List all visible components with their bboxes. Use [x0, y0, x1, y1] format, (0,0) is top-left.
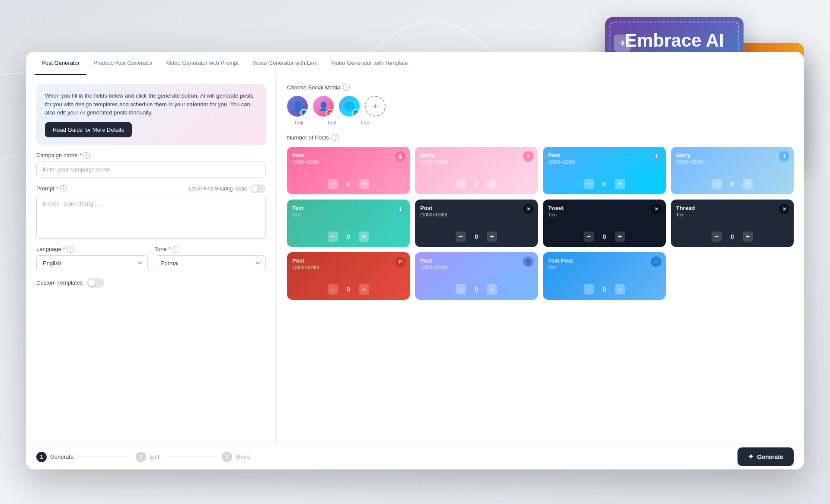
language-info-icon[interactable]: i	[67, 246, 74, 253]
decrement-btn-4[interactable]: −	[712, 179, 722, 189]
card-badge-3: ℹ	[651, 151, 661, 162]
counter-value-5: 0	[345, 233, 352, 240]
content-area: When you fill in the fields below and cl…	[26, 75, 804, 469]
decrement-btn-8[interactable]: −	[712, 231, 722, 242]
increment-btn-5[interactable]: +	[359, 231, 369, 242]
increment-btn-8[interactable]: +	[743, 231, 753, 242]
language-select[interactable]: English Spanish French German Turkish	[36, 255, 148, 271]
increment-btn-3[interactable]: +	[615, 179, 625, 189]
prompt-info-icon[interactable]: i	[60, 185, 67, 192]
posts-info-icon[interactable]: i	[332, 134, 338, 141]
card-title-11: Text Post	[548, 257, 661, 264]
counter-row-7: − 0 +	[548, 231, 661, 242]
social-avatar-facebook[interactable]: 👤 ✕	[313, 96, 334, 117]
instagram-badge: S	[300, 109, 308, 117]
post-card-facebook-post: Post (1080×1080) ℹ − 0 +	[543, 147, 666, 194]
custom-templates-toggle[interactable]	[87, 278, 104, 288]
campaign-name-input[interactable]	[36, 162, 266, 178]
counter-value-6: 0	[473, 233, 480, 240]
card-badge-2: ✕	[523, 151, 533, 162]
card-badge-9: P	[395, 257, 405, 267]
campaign-name-field: Campaign name * i	[36, 152, 266, 178]
card-badge-11: 🌐	[651, 257, 661, 267]
step-1-circle: 1	[36, 452, 47, 462]
campaign-name-info-icon[interactable]: i	[83, 152, 90, 159]
card-subtitle-9: (1080×1080)	[292, 265, 405, 270]
decrement-btn-9[interactable]: −	[328, 284, 338, 295]
card-badge-7: ✕	[651, 204, 661, 214]
card-title-9: Post	[292, 257, 405, 264]
increment-btn-1[interactable]: +	[359, 179, 369, 189]
custom-templates-row: Custom Templates	[36, 278, 266, 288]
social-avatar-twitter[interactable]: 🌐 G	[339, 96, 360, 117]
guide-button[interactable]: Read Guide for More Details	[45, 122, 132, 137]
step-3-label: Share	[236, 453, 251, 460]
campaign-name-label: Campaign name * i	[36, 152, 266, 159]
info-banner: When you fill in the fields below and cl…	[36, 84, 266, 145]
counter-row-9: − 0 +	[292, 284, 405, 295]
card-title-7: Tweet	[548, 205, 661, 211]
prompt-textarea[interactable]	[36, 196, 266, 239]
counter-value-10: 0	[473, 286, 480, 293]
card-badge-8: ✕	[779, 204, 789, 214]
post-card-text-post: Text Post Text 🌐 − 0 +	[543, 252, 666, 300]
generate-button[interactable]: ✦ Generate	[737, 447, 794, 466]
posts-section-header: Number of Posts i	[287, 134, 794, 141]
info-banner-text: When you fill in the fields below and cl…	[45, 92, 257, 117]
ai-toggle[interactable]	[250, 184, 266, 193]
social-media-info-icon[interactable]: i	[343, 84, 350, 91]
increment-btn-9[interactable]: +	[359, 284, 369, 295]
add-social-button[interactable]: +	[365, 96, 386, 117]
step-3-circle: 3	[222, 452, 232, 462]
increment-btn-2[interactable]: +	[487, 179, 497, 189]
post-card-text: Text Text ℹ − 0 +	[287, 200, 410, 247]
tone-info-icon[interactable]: i	[172, 246, 179, 253]
card-subtitle-4: (1080×1920)	[676, 159, 788, 165]
increment-btn-7[interactable]: +	[615, 231, 625, 242]
counter-value-2: 0	[473, 181, 480, 187]
decrement-btn-11[interactable]: −	[584, 284, 594, 295]
counter-row-8: − 0 +	[676, 231, 788, 242]
tone-label: Tone * i	[155, 246, 266, 253]
decrement-btn-2[interactable]: −	[456, 179, 466, 189]
card-badge-5: ℹ	[395, 204, 405, 214]
decrement-btn-5[interactable]: −	[328, 231, 338, 242]
tab-video-generator-prompt[interactable]: Video Generator with Prompt	[160, 52, 246, 75]
card-title-3: Post	[548, 152, 661, 158]
card-badge-4: ℹ	[779, 151, 789, 162]
decrement-btn-3[interactable]: −	[584, 179, 594, 189]
counter-row-6: − 0 +	[420, 231, 533, 242]
social-account-2: 👤 ✕	[313, 96, 334, 117]
ai-toggle-row: Let AI Find Sharing Ideas	[188, 184, 266, 193]
language-tone-row: Language * i English Spanish French Germ…	[36, 246, 266, 271]
card-title-8: Thread	[676, 205, 788, 211]
post-card-pinterest: Post (1080×1080) P − 0 +	[287, 252, 410, 300]
post-card-tweet: Tweet Text ✕ − 0 +	[543, 200, 666, 247]
post-card-facebook-story: Story (1080×1920) ℹ − 0 +	[671, 147, 794, 194]
tone-select[interactable]: Formal Casual Professional Friendly	[155, 255, 266, 271]
edit-label-1: Edit	[289, 120, 310, 125]
card-subtitle-10: (1080×1080)	[420, 265, 533, 270]
tab-post-generator[interactable]: Post Generator	[35, 52, 86, 75]
increment-btn-11[interactable]: +	[615, 284, 625, 295]
increment-btn-10[interactable]: +	[487, 284, 497, 295]
increment-btn-6[interactable]: +	[487, 231, 497, 242]
tab-video-generator-template[interactable]: Video Generator with Template	[324, 52, 415, 75]
decrement-btn-10[interactable]: −	[456, 284, 466, 295]
tab-product-post-generator[interactable]: Product Post Generator	[86, 52, 160, 75]
decrement-btn-7[interactable]: −	[584, 231, 594, 242]
counter-value-1: 0	[345, 181, 352, 187]
social-avatar-instagram[interactable]: 👤 S	[287, 96, 308, 117]
decrement-btn-6[interactable]: −	[456, 231, 466, 242]
decrement-btn-1[interactable]: −	[328, 179, 338, 189]
step-line-2	[165, 456, 217, 457]
card-subtitle-8: Text	[676, 212, 788, 217]
tab-video-generator-link[interactable]: Video Generator with Link	[246, 52, 324, 75]
card-title-1: Post	[292, 152, 405, 158]
counter-row-11: − 0 +	[548, 284, 661, 295]
steps-row: 1 Generate 2 Edit 3 Share	[36, 452, 250, 462]
star-icon: ✦	[748, 453, 753, 461]
step-2-circle: 2	[136, 452, 146, 462]
step-1: 1 Generate	[36, 452, 73, 462]
increment-btn-4[interactable]: +	[743, 179, 753, 189]
